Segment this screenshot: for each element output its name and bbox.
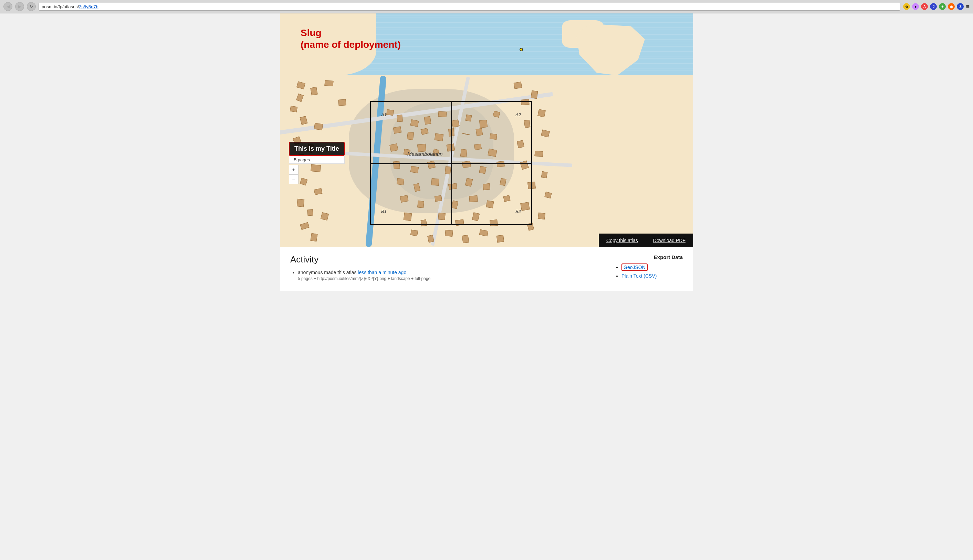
reload-button[interactable]: ↻ bbox=[27, 2, 36, 11]
below-map-section: Activity anonymous made this atlas less … bbox=[280, 247, 693, 291]
zoom-in-button[interactable]: + bbox=[289, 165, 299, 174]
grid-label-b2: B2 bbox=[515, 209, 521, 214]
browser-chrome: ◀ ▶ ↻ posm.io/fp/atlases/3s5y5n7b ☆ ● A … bbox=[0, 0, 973, 13]
action-buttons: Copy this atlas Download PDF bbox=[599, 233, 693, 247]
menu-icon[interactable]: ≡ bbox=[966, 3, 970, 10]
export-item-geojson: GeoJSON bbox=[622, 263, 683, 271]
atlas-title-box: This is my Title bbox=[289, 142, 344, 156]
grid-label-b1: B1 bbox=[381, 209, 387, 214]
ext-icon-4[interactable]: ✦ bbox=[939, 3, 946, 10]
export-heading: Export Data bbox=[614, 254, 683, 260]
grid-overlay: A1 A2 B1 B2 bbox=[370, 101, 532, 225]
ext-icon-1[interactable]: ● bbox=[912, 3, 919, 10]
activity-text: anonymous made this atlas bbox=[298, 270, 358, 275]
export-section: Export Data GeoJSON Plain Text (CSV) bbox=[614, 254, 683, 284]
url-base: posm.io/fp/atlases/ bbox=[42, 4, 79, 9]
atlas-title-overlay: This is my Title 5 pages bbox=[289, 142, 344, 164]
back-button[interactable]: ◀ bbox=[3, 2, 12, 11]
page-content: A1 A2 B1 B2 Masambolahun This is my Titl… bbox=[280, 13, 693, 291]
copy-atlas-button[interactable]: Copy this atlas bbox=[599, 233, 645, 247]
url-slug: 3s5y5n7b bbox=[79, 4, 98, 9]
geojson-link[interactable]: GeoJSON bbox=[622, 263, 648, 271]
download-pdf-button[interactable]: Download PDF bbox=[645, 233, 693, 247]
ext-icon-2[interactable]: A bbox=[921, 3, 928, 10]
village-name: Masambolahun bbox=[407, 151, 443, 157]
export-list: GeoJSON Plain Text (CSV) bbox=[614, 263, 683, 278]
grid-v-line bbox=[451, 102, 452, 224]
forward-button[interactable]: ▶ bbox=[15, 2, 24, 11]
export-item-csv: Plain Text (CSV) bbox=[622, 273, 683, 278]
zoom-controls: + − bbox=[289, 165, 299, 184]
activity-section: Activity anonymous made this atlas less … bbox=[290, 254, 600, 284]
csv-link[interactable]: Plain Text (CSV) bbox=[622, 273, 657, 278]
world-map bbox=[280, 13, 693, 75]
activity-heading: Activity bbox=[290, 254, 600, 265]
world-marker bbox=[520, 48, 524, 53]
map-container: A1 A2 B1 B2 Masambolahun This is my Titl… bbox=[280, 13, 693, 247]
ext-icon-3[interactable]: J bbox=[930, 3, 937, 10]
street-map: A1 A2 B1 B2 Masambolahun This is my Titl… bbox=[280, 75, 693, 247]
activity-list: anonymous made this atlas less than a mi… bbox=[290, 270, 600, 281]
world-land-left bbox=[280, 13, 376, 75]
atlas-pages: 5 pages bbox=[289, 156, 344, 164]
zoom-out-button[interactable]: − bbox=[289, 174, 299, 184]
activity-item: anonymous made this atlas less than a mi… bbox=[298, 270, 600, 281]
activity-link[interactable]: less than a minute ago bbox=[358, 270, 406, 275]
activity-detail: 5 pages + http://posm.io/tiles/mm/{Z}/{X… bbox=[298, 276, 600, 281]
grid-label-a2: A2 bbox=[515, 112, 521, 117]
ext-icon-6[interactable]: Z bbox=[957, 3, 964, 10]
ext-icon-5[interactable]: ◉ bbox=[948, 3, 955, 10]
grid-label-a1: A1 bbox=[381, 112, 387, 117]
browser-icon-group: ☆ ● A J ✦ ◉ Z ≡ bbox=[903, 3, 970, 10]
address-bar[interactable]: posm.io/fp/atlases/3s5y5n7b bbox=[38, 3, 900, 11]
star-icon[interactable]: ☆ bbox=[903, 3, 910, 10]
